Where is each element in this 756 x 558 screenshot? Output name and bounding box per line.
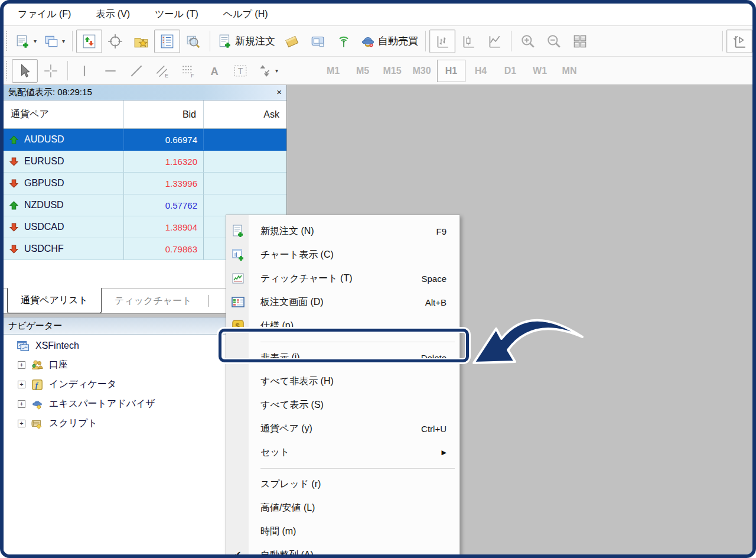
timeframe-m5[interactable]: M5: [348, 60, 377, 82]
symbol-cell: NZDUSD: [4, 194, 124, 216]
context-menu-item-symbols[interactable]: 通貨ペア (y)Ctrl+U: [226, 417, 460, 440]
table-row[interactable]: AUDUSD0.66974: [4, 129, 286, 151]
equidistant-channel-button[interactable]: E: [149, 59, 175, 83]
highlight-ring: [219, 329, 469, 362]
experts-hat-icon: [31, 398, 44, 411]
context-menu-item-new-order[interactable]: 新規注文 (N)F9: [226, 219, 460, 243]
arrow-down-icon: [9, 179, 18, 188]
expand-plus-icon[interactable]: +: [18, 400, 25, 408]
vertical-line-button[interactable]: [71, 59, 97, 83]
line-chart-icon: [487, 34, 502, 49]
search-magnifier-button[interactable]: [180, 30, 206, 53]
indicator-list-button[interactable]: [726, 30, 752, 53]
timeframe-m1[interactable]: M1: [319, 60, 347, 82]
text-button[interactable]: A: [201, 59, 227, 83]
chevron-down-icon[interactable]: ▾: [34, 38, 37, 44]
arrows-symbols-button[interactable]: ▾: [253, 59, 282, 83]
table-row[interactable]: GBPUSD1.33996: [4, 173, 286, 194]
expand-plus-icon[interactable]: +: [18, 381, 25, 388]
column-header-ask[interactable]: Ask: [204, 100, 286, 128]
column-header-bid[interactable]: Bid: [124, 100, 204, 128]
svg-text:F: F: [191, 72, 194, 78]
profiles-button[interactable]: ▾: [40, 30, 69, 53]
bar-chart-button[interactable]: [429, 30, 455, 53]
navigator-panel-button[interactable]: [154, 30, 180, 53]
candlestick-chart-button[interactable]: [455, 30, 481, 53]
timeframe-m30[interactable]: M30: [408, 60, 436, 82]
chevron-down-icon[interactable]: ▾: [275, 67, 278, 74]
submenu-arrow-icon: ▶: [442, 449, 447, 456]
chevron-down-icon[interactable]: ▾: [62, 38, 65, 44]
context-menu-item-hide-all[interactable]: すべて非表示 (H): [226, 369, 460, 393]
tab-symbol-list[interactable]: 通貨ペアリスト: [7, 288, 102, 313]
arrow-up-icon: [9, 201, 18, 210]
column-header-symbol[interactable]: 通貨ペア: [4, 100, 124, 128]
arrow-down-icon: [9, 245, 18, 254]
timeframe-h1[interactable]: H1: [437, 60, 465, 82]
context-menu-item-tick-chart[interactable]: ティックチャート (T)Space: [226, 267, 460, 290]
indicator-list-icon: [732, 34, 747, 49]
timeframe-d1[interactable]: D1: [496, 60, 524, 82]
toolbar-grip[interactable]: [5, 61, 9, 80]
context-menu-item-sets[interactable]: セット▶: [226, 440, 460, 464]
line-chart-button[interactable]: [481, 30, 507, 53]
new-order-button[interactable]: 新規注文: [214, 30, 279, 53]
symbol-label: NZDUSD: [24, 200, 64, 210]
crosshair-lines-button[interactable]: [38, 59, 64, 83]
timeframe-w1[interactable]: W1: [526, 60, 554, 82]
zoom-in-button[interactable]: [515, 30, 541, 53]
text-label-button[interactable]: T: [227, 59, 253, 83]
context-menu-item-depth-of-market[interactable]: 板注文画面 (D)Alt+B: [226, 290, 460, 314]
menu-item-tools[interactable]: ツール (T): [146, 8, 207, 21]
fibonacci-button[interactable]: F: [175, 59, 201, 83]
context-menu-item-show-all[interactable]: すべて表示 (S): [226, 393, 460, 417]
svg-text:E: E: [165, 72, 168, 78]
table-row[interactable]: NZDUSD0.57762: [4, 194, 286, 216]
menu-separator: [226, 464, 460, 472]
menu-item-help[interactable]: ヘルプ (H): [215, 8, 276, 21]
symbol-label: GBPUSD: [24, 178, 64, 189]
timeframe-h4[interactable]: H4: [467, 60, 495, 82]
metaeditor-button[interactable]: [305, 30, 331, 53]
signal-antenna-icon: [336, 34, 351, 49]
menu-bar: ファイル (F)表示 (V)ツール (T)ヘルプ (H): [4, 4, 752, 26]
context-menu-item-high-low[interactable]: 高値/安値 (L): [226, 496, 460, 520]
arrow-up-icon: [9, 135, 18, 144]
expand-plus-icon[interactable]: +: [18, 420, 25, 427]
horizontal-line-button[interactable]: [97, 59, 123, 83]
context-menu-item-chart-window[interactable]: チャート表示 (C): [226, 243, 460, 267]
context-menu-item-auto-arrange[interactable]: ✔自動整列 (A): [226, 543, 460, 558]
menu-item-file[interactable]: ファイル (F): [9, 8, 79, 21]
crosshair-target-button[interactable]: [102, 30, 128, 53]
search-magnifier-icon: [185, 34, 201, 49]
tab-tick-chart[interactable]: ティックチャート: [102, 288, 205, 313]
timeframe-m15[interactable]: M15: [378, 60, 406, 82]
timeframe-mn[interactable]: MN: [555, 60, 584, 82]
chart-plus-icon: [231, 248, 245, 262]
toolbar-separator: [722, 31, 723, 52]
fibonacci-icon: F: [181, 63, 196, 79]
market-watch-button[interactable]: [76, 30, 102, 53]
tile-windows-button[interactable]: [567, 30, 593, 53]
market-watch-titlebar[interactable]: 気配値表示: 08:29:15 ×: [4, 85, 286, 100]
new-chart-button[interactable]: ▾: [12, 30, 40, 53]
signal-antenna-button[interactable]: [331, 30, 357, 53]
indicators-f-icon: f: [31, 378, 44, 391]
table-row[interactable]: EURUSD1.16320: [4, 151, 286, 173]
expand-plus-icon[interactable]: +: [18, 361, 25, 369]
auto-trading-hat-button[interactable]: 自動売買: [357, 30, 422, 53]
journal-book-button[interactable]: [279, 30, 305, 53]
zoom-out-button[interactable]: [541, 30, 567, 53]
context-menu-item-spread[interactable]: スプレッド (r): [226, 472, 460, 496]
journal-book-icon: [284, 34, 299, 49]
arrow-down-icon: [9, 223, 18, 232]
menu-item-label: 板注文画面 (D): [260, 296, 324, 309]
toolbar-grip[interactable]: [5, 31, 9, 52]
navigator-title: ナビゲーター: [8, 320, 62, 332]
close-icon[interactable]: ×: [276, 87, 282, 98]
favorites-folder-button[interactable]: [128, 30, 154, 53]
trend-line-button[interactable]: [123, 59, 149, 83]
context-menu-item-time[interactable]: 時間 (m): [226, 520, 460, 543]
menu-item-view[interactable]: 表示 (V): [87, 8, 138, 21]
cursor-arrow-button[interactable]: [12, 59, 38, 83]
